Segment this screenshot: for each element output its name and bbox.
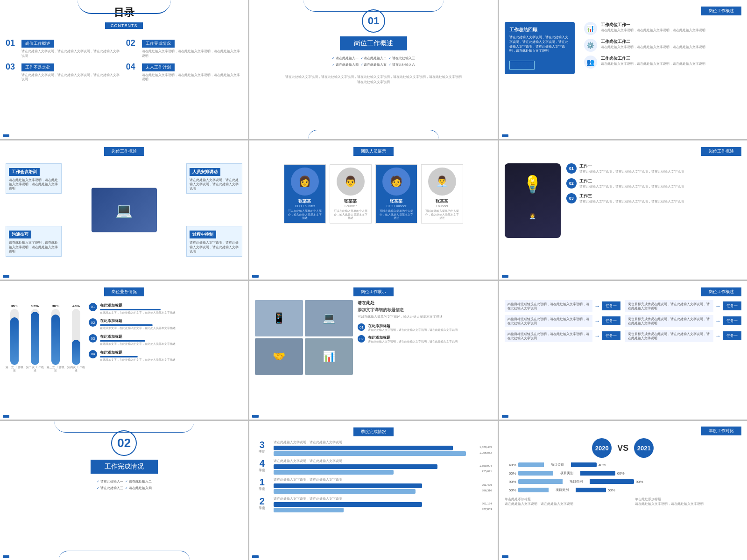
gear-icon: ⚙️ [584, 39, 597, 52]
bar-track-3 [51, 309, 60, 365]
avatar-4: 👨‍💼 [428, 168, 456, 196]
arc-bottom [308, 130, 439, 139]
task-btn-6[interactable]: 任务一 [723, 331, 741, 340]
checklist: 请在此处输入一 请在此处输入二 请在此处输入三 请在此处输入四 请在此处输入五 … [332, 56, 416, 67]
banner: 岗位工作展示 [353, 287, 394, 296]
item-label-3: 工作不足之处 [21, 63, 54, 71]
bar-label-1: 第一次 工作概述 [6, 366, 23, 372]
box-staff: 人员安排调动 请在此处输入文字说明，请在此处输入文字说明，请在此处输入文字说明 [186, 163, 242, 194]
arrow-icon-2: → [594, 318, 600, 324]
ri-3: 03 在此添加标题 在此添加文字，在此处输入的文字，在此处人员基本文字描述 [89, 334, 242, 346]
bar-pct-4: 45% [72, 304, 80, 308]
art-button[interactable]: 艺术总监 [509, 61, 535, 70]
arrow-icon-3: → [594, 333, 600, 339]
task-btn-3[interactable]: 任务一 [602, 331, 620, 340]
slide-annual-compare: 年度工作对比 2020 VS 2021 40% 项目类别 40% 60% 项目类… [499, 421, 747, 560]
ri-desc-2: 在此添加文字，在此处输入的文字，在此处人员基本文字描述 [100, 327, 176, 330]
arc-top [303, 0, 444, 12]
main-grid: 目录 CONTENTS 01 岗位工作概述 请在此处输入文字说明，请在此处输入文… [0, 0, 747, 560]
work-item-3: 👥 工作岗位工作三 请在此处输入文字说明，请在此处输入文字说明，请在此处输入文字… [584, 56, 705, 69]
work-item-1: 01 工作一 请在此处输入文字说明，请在此处输入文字说明，请在此处输入文字说明 [566, 163, 741, 174]
check-2: 请在此处输入二 [125, 479, 152, 484]
arc-decoration [78, 0, 171, 14]
right-pct-4: 50% [608, 488, 620, 492]
footer: 单击此处添加标题请在此处输入文字说明，请在此处输入文字说明 单击此处添加标题请在… [505, 497, 741, 506]
bar-label-3: 第三次 工作概述 [47, 366, 64, 372]
banner: 岗位工作概述 [104, 147, 144, 156]
corner-badge [3, 134, 9, 137]
q2-bar-1 [274, 502, 422, 507]
arrow-icon-5: → [715, 318, 721, 324]
wi-desc-2: 请在此处输入文字说明，请在此处输入文字说明，请在此处输入文字说明 [579, 184, 684, 189]
ri-label-4: 在此添加标题 [100, 350, 176, 355]
photo-4: 📊 [305, 338, 353, 375]
item-1: 01 岗位工作概述 请在此处输入文字说明，请在此处输入文字说明，请在此处输入文字… [6, 38, 122, 58]
task-btn-5[interactable]: 任务一 [723, 316, 741, 325]
ri-num-1: 01 [89, 303, 97, 311]
q2-unit: 季度 [255, 506, 269, 511]
q3-val-1: 1,023,445 [479, 446, 492, 448]
check-4: 请在此处输入四 [125, 486, 152, 490]
wi-label-1: 工作岗位工作一 [601, 22, 705, 28]
corner-badge [252, 275, 259, 278]
item-num-3: 03 [6, 62, 19, 72]
member-3: 🧑 张某某 CTO Founder 可以在此输入简单的个人简介，输入此处人员基本… [375, 164, 417, 224]
corner-badge [252, 415, 259, 418]
contents-grid: 01 岗位工作概述 请在此处输入文字说明，请在此处输入文字说明，请在此处输入文字… [6, 38, 242, 82]
corner-badge [3, 555, 9, 558]
q1-val-2: 886,316 [482, 489, 492, 492]
q2-val-1: 901,124 [482, 502, 492, 505]
content-area: 📱 💻 🤝 📊 请在此处 添加文字详细的标题信息 可以在此输入简单的文字描述，输… [255, 300, 492, 375]
q1-num: 1 [255, 477, 269, 487]
member-title-4: Founder [424, 204, 460, 208]
right-pct-3: 90% [636, 480, 648, 484]
wi-label-2: 工作二 [579, 178, 684, 184]
box-title-2: 人员安排调动 [190, 168, 220, 176]
chart-icon: 📊 [584, 22, 597, 35]
ri-desc-4: 在此添加文字，在此处输入的文字，在此处人员基本文字描述 [100, 358, 176, 362]
task-row-5: 岗位目标完成情况在此说明，请在此处输入文字说明，请在此处输入文字说明 → 任务一 [625, 315, 741, 327]
work-item-1: 📊 工作岗位工作一 请在此处输入文字说明，请在此处输入文字说明，请在此处输入文字… [584, 22, 705, 35]
year-2020: 2020 [592, 438, 612, 458]
left-pct-3: 90% [505, 480, 516, 484]
laptop-image: 💻 [92, 188, 157, 232]
task-btn-1[interactable]: 任务一 [602, 301, 620, 310]
right-bar-2 [580, 471, 615, 476]
row-label-1: 项目类别 [546, 462, 569, 467]
ri-bar-4 [100, 356, 138, 357]
member-name-3: 张某某 [379, 198, 414, 204]
photo-grid: 📱 💻 🤝 📊 [255, 300, 353, 375]
q4-num: 4 [255, 459, 269, 468]
ri-bar-3 [100, 340, 145, 342]
check-3: 请在此处输入三 [97, 486, 123, 490]
member-2: 👨 张某某 Founder 可以在此输入简单的个人简介，输入此处人员基本文字描述 [330, 164, 372, 224]
arrow-icon-1: → [594, 303, 600, 309]
right-pct-1: 40% [599, 463, 610, 467]
left-bar-3 [518, 479, 563, 484]
wi-desc-3: 请在此处输入文字说明，请在此处输入文字说明，请在此处输入文字说明 [601, 62, 705, 66]
slide-overview-tablet: 岗位工作概述 💡 🧑‍💼 01 工作一 请在此处输入文字说明，请在此处输入文字说… [499, 140, 747, 280]
task-text-1: 岗位目标完成情况在此说明，请在此处输入文字说明，请在此处输入文字说明 [505, 300, 593, 312]
right-bar-3 [590, 479, 634, 484]
ri-num-2: 02 [89, 318, 97, 327]
check-6: 请在此处输入六 [388, 63, 415, 67]
section-number: 02 [111, 430, 137, 456]
work-items: 📊 工作岗位工作一 请在此处输入文字说明，请在此处输入文字说明，请在此处输入文字… [584, 22, 705, 74]
wi-desc-3: 请在此处输入文字说明，请在此处输入文字说明，请在此处输入文字说明 [579, 199, 684, 203]
q1-val-1: 901,406 [482, 483, 492, 486]
corner-badge [252, 555, 259, 558]
task-btn-4[interactable]: 任务一 [723, 301, 741, 310]
item-desc-1: 请在此处输入文字说明，请在此处输入文字说明，请在此处输入文字说明 [368, 329, 458, 332]
row-label-3: 项目类别 [564, 479, 588, 484]
task-row-3: 岗位目标完成情况在此说明，请在此处输入文字说明，请在此处输入文字说明 → 任务一 [505, 330, 621, 342]
ri-4: 04 在此添加标题 在此添加文字，在此处输入的文字，在此处人员基本文字描述 [89, 350, 242, 362]
member-title-1: CEO Founder [287, 204, 323, 208]
photo-2: 💻 [305, 300, 353, 336]
bar-track-2 [31, 309, 39, 365]
quarter-1: 1 季度 请在此处输入文字说明，请在此处输入文字说明 901,406 886,3… [255, 477, 492, 493]
slide-work-completion: 02 工作完成情况 请在此处输入一 请在此处输入二 请在此处输入三 请在此处输入… [0, 421, 248, 560]
ri-label-1: 在此添加标题 [100, 303, 176, 308]
task-btn-2[interactable]: 任务一 [602, 316, 620, 325]
left-bar-1 [518, 462, 544, 467]
q4-bar-1 [274, 464, 437, 469]
